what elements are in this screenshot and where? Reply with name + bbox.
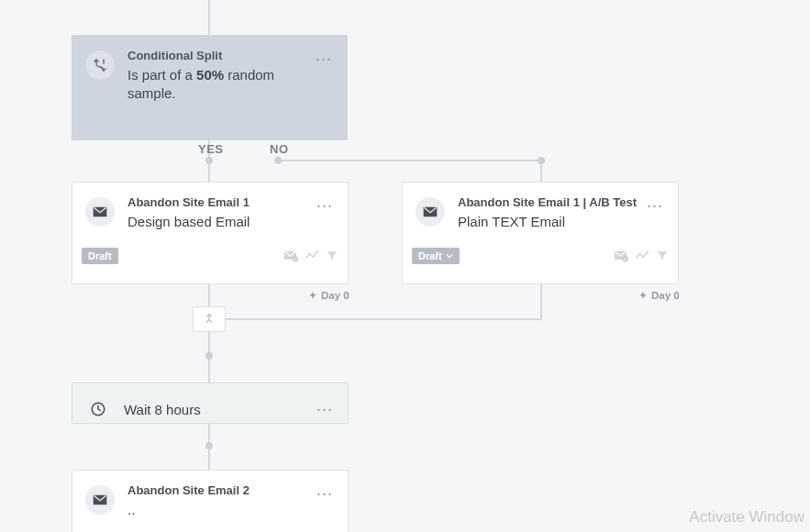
- connector-dot: [274, 157, 282, 164]
- wait-text: Wait 8 hours: [124, 402, 307, 417]
- node-email-1[interactable]: Abandon Site Email 1 Design based Email …: [72, 182, 349, 284]
- node-menu-button[interactable]: ···: [645, 195, 665, 216]
- branch-yes-label: YES: [198, 142, 224, 156]
- node-conditional-split[interactable]: Conditional Split Is part of a 50% rando…: [72, 35, 348, 140]
- email-icon: [85, 485, 115, 515]
- email-2-title: Abandon Site Email 2: [128, 483, 307, 497]
- filter-icon[interactable]: [326, 249, 338, 262]
- watermark-text: Activate Window: [689, 508, 804, 526]
- merge-icon: [203, 313, 216, 326]
- status-badge: Draft: [82, 248, 118, 264]
- node-email-2[interactable]: Abandon Site Email 2 .. ···: [72, 470, 349, 532]
- connector-dot: [538, 157, 545, 164]
- analytics-icon[interactable]: [305, 249, 319, 262]
- split-title: Conditional Split: [128, 49, 306, 62]
- email-1-ab-desc: Plain TEXT Email: [458, 213, 638, 231]
- email-1-desc: Design based Email: [128, 213, 307, 231]
- email-icon: [416, 197, 445, 227]
- node-menu-button[interactable]: ···: [315, 483, 335, 504]
- node-menu-button[interactable]: ···: [315, 195, 335, 216]
- status-badge-dropdown[interactable]: Draft: [412, 248, 460, 264]
- email-1-title: Abandon Site Email 1: [128, 195, 307, 209]
- email-icon: [85, 197, 115, 227]
- email-1-ab-title: Abandon Site Email 1 | A/B Test: [458, 195, 638, 209]
- chevron-down-icon: [446, 253, 453, 259]
- connector-dot: [205, 442, 213, 449]
- clock-icon: [85, 396, 111, 422]
- email-2-desc: ..: [128, 501, 307, 519]
- connector-dot: [205, 352, 213, 360]
- connector-dot: [205, 157, 213, 164]
- node-wait[interactable]: Wait 8 hours ···: [72, 382, 349, 424]
- day-label: Day 0: [638, 290, 680, 301]
- split-icon: [85, 50, 115, 80]
- analytics-icon[interactable]: [635, 249, 649, 262]
- node-menu-button[interactable]: ···: [314, 49, 334, 69]
- join-node[interactable]: [193, 306, 226, 332]
- branch-no-label: NO: [270, 142, 289, 156]
- filter-icon[interactable]: [656, 249, 669, 262]
- split-desc: Is part of a 50% random sample.: [128, 66, 306, 104]
- node-email-1-ab[interactable]: Abandon Site Email 1 | A/B Test Plain TE…: [402, 182, 679, 284]
- day-label: Day 0: [308, 290, 350, 301]
- mail-stats-icon[interactable]: [614, 249, 628, 262]
- mail-stats-icon[interactable]: [283, 249, 298, 262]
- node-menu-button[interactable]: ···: [315, 399, 335, 419]
